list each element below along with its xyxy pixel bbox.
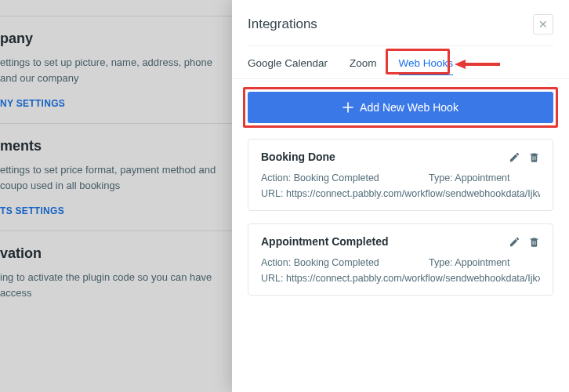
close-icon: ✕ <box>538 18 548 31</box>
add-button-label: Add New Web Hook <box>360 101 458 114</box>
webhook-type: Type: Appointment <box>429 172 510 183</box>
edit-button[interactable] <box>509 236 520 248</box>
webhook-card-header: Appointment Completed <box>261 235 540 248</box>
webhook-actions <box>509 151 540 163</box>
webhook-title: Appointment Completed <box>261 235 389 248</box>
add-button-wrap: Add New Web Hook <box>248 92 553 123</box>
webhook-meta-row: Action: Booking Completed Type: Appointm… <box>261 172 540 183</box>
webhook-actions <box>509 236 540 248</box>
webhook-meta-row: Action: Booking Completed Type: Appointm… <box>261 257 540 268</box>
tab-zoom[interactable]: Zoom <box>350 57 377 78</box>
webhook-url: URL: https://connect.pabbly.com/workflow… <box>261 188 540 199</box>
close-button[interactable]: ✕ <box>533 14 553 34</box>
tab-google-calendar[interactable]: Google Calendar <box>248 57 328 78</box>
webhook-action: Action: Booking Completed <box>261 172 410 183</box>
annotation-arrow-icon <box>455 57 500 71</box>
webhook-action: Action: Booking Completed <box>261 257 410 268</box>
delete-button[interactable] <box>528 151 540 163</box>
webhook-type: Type: Appointment <box>429 257 510 268</box>
plus-icon <box>342 102 353 113</box>
webhook-card: Booking Done Action: Booking Completed T… <box>248 139 553 211</box>
svg-marker-1 <box>455 60 466 69</box>
panel-header: Integrations ✕ <box>232 0 569 45</box>
panel-body: Add New Web Hook Booking Done Action: Bo… <box>232 79 569 392</box>
trash-icon <box>528 151 540 163</box>
pencil-icon <box>509 236 520 248</box>
delete-button[interactable] <box>528 236 540 248</box>
tab-web-hooks[interactable]: Web Hooks <box>399 57 454 78</box>
edit-button[interactable] <box>509 151 520 163</box>
webhook-url: URL: https://connect.pabbly.com/workflow… <box>261 273 540 284</box>
add-webhook-button[interactable]: Add New Web Hook <box>248 92 553 123</box>
webhook-title: Booking Done <box>261 151 335 163</box>
panel-title: Integrations <box>248 16 317 32</box>
tabs: Google Calendar Zoom Web Hooks <box>232 46 569 79</box>
pencil-icon <box>509 151 520 163</box>
integrations-panel: Integrations ✕ Google Calendar Zoom Web … <box>232 0 569 392</box>
webhook-card: Appointment Completed Action: Booking Co… <box>248 223 553 296</box>
webhook-card-header: Booking Done <box>261 151 540 163</box>
trash-icon <box>528 236 540 248</box>
